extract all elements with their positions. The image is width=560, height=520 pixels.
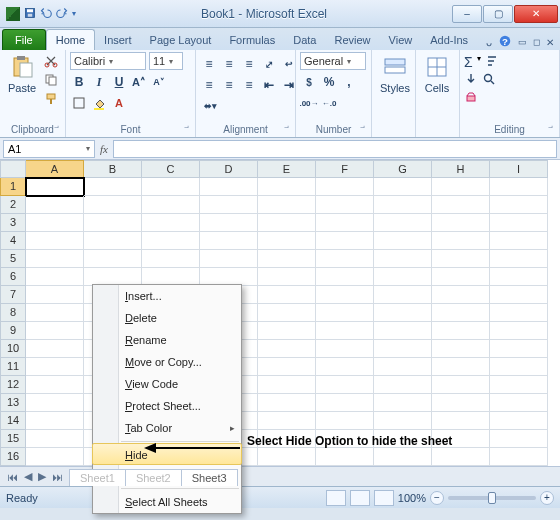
cell[interactable] [258,322,316,340]
col-header[interactable]: C [142,160,200,178]
sheet-nav-last-icon[interactable]: ⏭ [49,471,69,483]
cell[interactable] [374,232,432,250]
grow-font-icon[interactable]: A˄ [130,73,148,91]
cell[interactable] [316,394,374,412]
comma-icon[interactable]: , [340,73,358,91]
cell[interactable] [316,340,374,358]
decrease-indent-icon[interactable]: ⇤ [260,76,278,94]
cell[interactable] [84,232,142,250]
cell[interactable] [316,322,374,340]
cell[interactable] [374,394,432,412]
help-icon[interactable]: ? [498,34,512,50]
bold-button[interactable]: B [70,73,88,91]
undo-icon[interactable] [40,7,52,21]
cell[interactable] [26,250,84,268]
cell[interactable] [26,268,84,286]
select-all-corner[interactable] [0,160,26,178]
cell[interactable] [432,178,490,196]
shrink-font-icon[interactable]: A˅ [150,73,168,91]
zoom-slider[interactable] [448,496,536,500]
cell[interactable] [26,376,84,394]
cell[interactable] [374,358,432,376]
underline-button[interactable]: U [110,73,128,91]
cell[interactable] [316,412,374,430]
cell[interactable] [258,268,316,286]
row-header[interactable]: 11 [0,358,26,376]
decrease-decimal-icon[interactable]: ←.0 [320,94,338,112]
cell[interactable] [374,412,432,430]
cell[interactable] [258,250,316,268]
cell[interactable] [316,178,374,196]
file-tab[interactable]: File [2,29,46,50]
cells-button[interactable]: Cells [420,52,454,96]
cell[interactable] [374,286,432,304]
cell[interactable] [374,214,432,232]
row-header[interactable]: 3 [0,214,26,232]
align-bottom-icon[interactable]: ≡ [240,55,258,73]
cell[interactable] [490,358,548,376]
number-format-select[interactable]: General▾ [300,52,366,70]
cell[interactable] [316,250,374,268]
italic-button[interactable]: I [90,73,108,91]
cell[interactable] [200,214,258,232]
cell[interactable] [258,178,316,196]
cell[interactable] [432,286,490,304]
row-header[interactable]: 9 [0,322,26,340]
autosum-icon[interactable]: Σ [464,54,473,70]
cell[interactable] [26,178,84,196]
cell[interactable] [316,448,374,466]
cell[interactable] [258,376,316,394]
cell[interactable] [258,214,316,232]
sheet-tab[interactable]: Sheet2 [125,469,182,486]
paste-button[interactable]: Paste [4,52,40,96]
cell[interactable] [432,340,490,358]
cell[interactable] [316,376,374,394]
col-header[interactable]: D [200,160,258,178]
cell[interactable] [490,304,548,322]
cell[interactable] [490,322,548,340]
cell[interactable] [374,376,432,394]
row-header[interactable]: 6 [0,268,26,286]
row-header[interactable]: 14 [0,412,26,430]
normal-view-button[interactable] [326,490,346,506]
workbook-max-icon[interactable]: ◻ [533,37,540,47]
cell[interactable] [316,214,374,232]
cell[interactable] [26,358,84,376]
font-size-select[interactable]: 11▾ [149,52,183,70]
cell[interactable] [316,286,374,304]
align-middle-icon[interactable]: ≡ [220,55,238,73]
increase-decimal-icon[interactable]: .00→ [300,94,318,112]
tab-page-layout[interactable]: Page Layout [141,30,221,50]
sheet-nav-next-icon[interactable]: ▶ [35,470,49,483]
row-header[interactable]: 15 [0,430,26,448]
row-header[interactable]: 13 [0,394,26,412]
cell[interactable] [432,358,490,376]
redo-icon[interactable] [56,7,68,21]
cell[interactable] [258,340,316,358]
cell[interactable] [490,412,548,430]
cell[interactable] [316,232,374,250]
zoom-out-button[interactable]: − [430,491,444,505]
cell[interactable] [490,430,548,448]
row-header[interactable]: 7 [0,286,26,304]
cell[interactable] [26,448,84,466]
cell[interactable] [374,340,432,358]
tab-review[interactable]: Review [325,30,379,50]
cell[interactable] [258,232,316,250]
merge-icon[interactable]: ⬌▾ [200,97,221,115]
col-header[interactable]: E [258,160,316,178]
cell[interactable] [432,250,490,268]
cell[interactable] [258,196,316,214]
cell[interactable] [374,448,432,466]
col-header[interactable]: I [490,160,548,178]
col-header[interactable]: B [84,160,142,178]
page-break-view-button[interactable] [374,490,394,506]
font-name-select[interactable]: Calibri▾ [70,52,146,70]
cell[interactable] [26,304,84,322]
ctx-rename[interactable]: Rename [93,329,241,351]
cell[interactable] [432,376,490,394]
cell[interactable] [26,340,84,358]
cell[interactable] [432,412,490,430]
cell[interactable] [374,196,432,214]
cell[interactable] [490,232,548,250]
